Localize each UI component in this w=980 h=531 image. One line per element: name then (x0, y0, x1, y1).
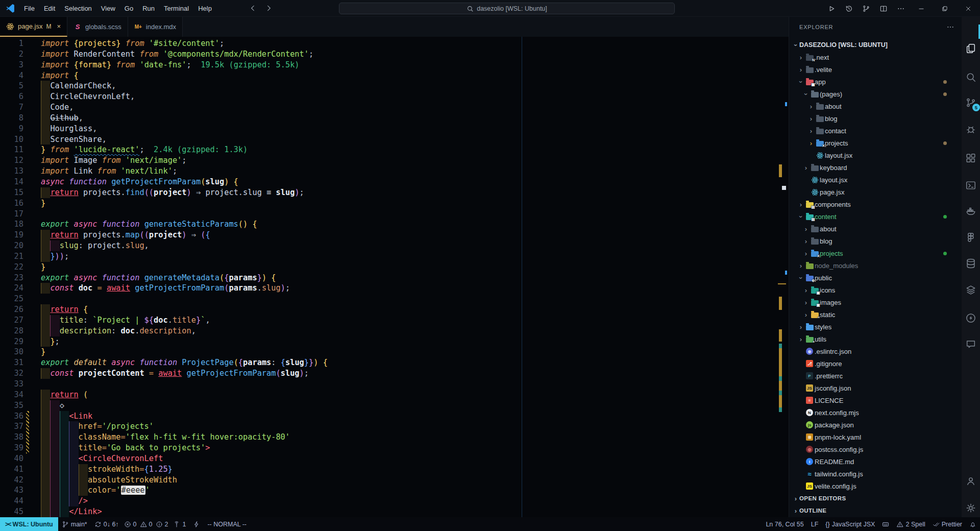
status-language-mode[interactable]: {}JavaScript JSX (822, 517, 878, 531)
menu-file[interactable]: File (19, 0, 39, 17)
chevron-right-icon[interactable]: › (797, 262, 804, 270)
more-actions-icon[interactable] (946, 23, 954, 31)
activity-docker[interactable] (965, 205, 977, 217)
chevron-right-icon[interactable]: › (797, 54, 804, 61)
tree-item-pnpm-lock.yaml[interactable]: ⊞pnpm-lock.yaml (789, 431, 962, 443)
chevron-right-icon[interactable]: › (807, 127, 815, 135)
command-center[interactable]: dasezolio [WSL: Ubuntu] (339, 3, 675, 14)
status-power[interactable] (189, 517, 204, 531)
tree-item-app[interactable]: ›▦app (789, 76, 962, 88)
tree-item-readme.md[interactable]: iREADME.md (789, 455, 962, 468)
window-minimize-button[interactable] (910, 0, 933, 17)
timeline-button[interactable] (840, 0, 857, 17)
tree-item-page.jsx[interactable]: page.jsx (789, 186, 962, 198)
run-button[interactable] (823, 0, 840, 17)
chevron-right-icon[interactable]: › (797, 323, 804, 331)
tree-item-images[interactable]: ›▣images (789, 296, 962, 308)
status-keyboard[interactable] (878, 517, 893, 531)
chevron-right-icon[interactable]: › (792, 495, 799, 502)
activity-search[interactable] (965, 71, 977, 83)
tree-item-about[interactable]: ›about (789, 100, 962, 112)
tab-page.jsx[interactable]: page.jsxM× (0, 17, 67, 37)
chevron-right-icon[interactable]: › (802, 299, 810, 306)
tree-item-jsconfig.json[interactable]: JSjsconfig.json (789, 382, 962, 394)
overview-ruler[interactable] (778, 37, 787, 517)
chevron-down-icon[interactable]: › (797, 78, 805, 85)
menu-go[interactable]: Go (120, 0, 138, 17)
chevron-down-icon[interactable]: › (792, 41, 800, 49)
chevron-right-icon[interactable]: › (807, 139, 815, 147)
activity-chat[interactable] (965, 338, 977, 350)
chevron-right-icon[interactable]: › (802, 237, 810, 245)
menu-edit[interactable]: Edit (39, 0, 60, 17)
close-tab-icon[interactable]: × (57, 22, 61, 30)
chevron-right-icon[interactable]: › (797, 335, 804, 343)
tree-item-contact[interactable]: ›contact (789, 125, 962, 137)
tree-item-icons[interactable]: ›▣icons (789, 284, 962, 296)
status-prettier[interactable]: Prettier (929, 517, 966, 531)
menu-run[interactable]: Run (138, 0, 159, 17)
tree-item-layout.jsx[interactable]: layout.jsx (789, 149, 962, 161)
tree-item-projects[interactable]: ›✕projects (789, 247, 962, 259)
activity-settings[interactable] (965, 502, 977, 514)
status-errors[interactable]: 0 (122, 517, 138, 531)
status-spell-checker[interactable]: 2 Spell (893, 517, 928, 531)
status-vim-mode[interactable]: -- NORMAL -- (204, 517, 250, 531)
chevron-right-icon[interactable]: › (802, 250, 810, 257)
tree-item-blog[interactable]: ›blog (789, 112, 962, 125)
activity-extensions[interactable] (965, 152, 977, 164)
chevron-right-icon[interactable]: › (807, 115, 815, 123)
status-ports[interactable]: 1 (169, 517, 189, 531)
chevron-right-icon[interactable]: › (797, 66, 804, 74)
window-restore-button[interactable] (933, 0, 957, 17)
status-warnings[interactable]: 0 (138, 517, 154, 531)
back-button[interactable] (247, 2, 259, 14)
tree-item-content[interactable]: ›▤content (789, 210, 962, 223)
tree-item-layout.jsx[interactable]: layout.jsx (789, 174, 962, 186)
tree-item-blog[interactable]: ›blog (789, 235, 962, 247)
status-infos[interactable]: 2 (154, 517, 170, 531)
tree-item-.gitignore[interactable]: ⎇.gitignore (789, 357, 962, 370)
tree-item-postcss.config.js[interactable]: ◎postcss.config.js (789, 443, 962, 455)
tree-item-.next[interactable]: ›N.next (789, 51, 962, 63)
tree-item-licence[interactable]: ≡LICENCE (789, 394, 962, 406)
more-actions-button[interactable] (892, 0, 910, 17)
activity-explorer[interactable] (965, 42, 977, 55)
chevron-right-icon[interactable]: › (802, 286, 810, 294)
tree-item-about[interactable]: ›about (789, 223, 962, 235)
menu-help[interactable]: Help (193, 0, 216, 17)
tab-globals.scss[interactable]: Sglobals.scss (67, 17, 128, 37)
status-sync[interactable]: 0↓ 6↑ (91, 517, 122, 531)
code-editor[interactable]: 1import {projects} from '#site/content';… (0, 37, 789, 517)
menu-terminal[interactable]: Terminal (159, 0, 193, 17)
tree-item-utils[interactable]: ›+utils (789, 333, 962, 345)
activity-layers[interactable] (965, 284, 977, 296)
tree-item-.velite[interactable]: ›.velite (789, 63, 962, 76)
chevron-right-icon[interactable]: › (802, 225, 810, 233)
status-cursor-position[interactable]: Ln 76, Col 55 (762, 517, 807, 531)
tree-item-keyboard[interactable]: ›keyboard (789, 161, 962, 174)
window-close-button[interactable] (957, 0, 980, 17)
tree-item-components[interactable]: ›▤components (789, 198, 962, 210)
tree-item-.prettierrc[interactable]: P.prettierrc (789, 370, 962, 382)
tree-item-tailwind.config.js[interactable]: ≈tailwind.config.js (789, 468, 962, 480)
tree-item-public[interactable]: ›⊕public (789, 272, 962, 284)
status-remote[interactable]: ><WSL: Ubuntu (0, 517, 58, 531)
split-layout-button[interactable] (875, 0, 892, 17)
tree-item-node_modules[interactable]: ›node_modules (789, 259, 962, 272)
activity-remote-explorer[interactable] (965, 179, 977, 191)
activity-thunder-client[interactable] (965, 312, 977, 324)
tree-item-projects[interactable]: ›✕projects (789, 137, 962, 149)
chevron-right-icon[interactable]: › (802, 164, 810, 172)
section-open-editors[interactable]: ›OPEN EDITORS (789, 492, 962, 504)
menu-selection[interactable]: Selection (60, 0, 96, 17)
tree-item-velite.config.js[interactable]: JSvelite.config.js (789, 480, 962, 492)
chevron-right-icon[interactable]: › (807, 103, 815, 110)
menu-view[interactable]: View (96, 0, 120, 17)
status-git-branch[interactable]: main* (58, 517, 91, 531)
tree-item-.eslintrc.json[interactable]: ◉.eslintrc.json (789, 345, 962, 357)
chevron-right-icon[interactable]: › (792, 507, 799, 515)
status-notifications[interactable] (966, 517, 980, 531)
status-eol[interactable]: LF (807, 517, 822, 531)
activity-accounts[interactable] (965, 475, 977, 487)
